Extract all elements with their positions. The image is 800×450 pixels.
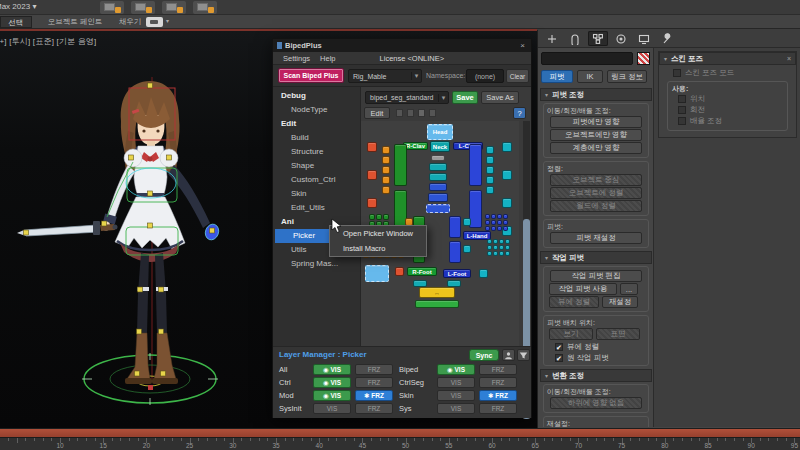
layer-biped-vis[interactable]: ◉ VIS bbox=[437, 364, 475, 375]
panel-checkbox-item[interactable]: 배율 조정 bbox=[678, 115, 783, 126]
picker-node-cell[interactable] bbox=[486, 166, 494, 174]
picker-node-cell[interactable] bbox=[367, 198, 377, 208]
picker-node-neck[interactable]: Neck bbox=[430, 141, 450, 152]
picker-node-cell[interactable] bbox=[502, 198, 512, 208]
picker-node-cell[interactable] bbox=[505, 251, 510, 256]
menu-help[interactable]: Help bbox=[320, 54, 335, 63]
clear-button[interactable]: Clear bbox=[506, 69, 529, 83]
save-button[interactable]: Save bbox=[452, 91, 478, 104]
subtab-item[interactable]: 링크 정보 bbox=[607, 70, 647, 83]
picker-node-cell[interactable] bbox=[505, 245, 510, 250]
ribbon-caret-icon[interactable]: ▾ bbox=[166, 17, 169, 24]
picker-node-cell[interactable] bbox=[493, 245, 498, 250]
layer-sys-frz[interactable]: FRZ bbox=[479, 403, 517, 414]
panel-tab-motion-icon[interactable] bbox=[611, 31, 631, 46]
panel-button-item[interactable]: 작업 피벗 사용 bbox=[549, 283, 617, 295]
rollout-header-item[interactable]: ▾작업 피벗 bbox=[540, 251, 652, 264]
sync-button[interactable]: Sync bbox=[469, 349, 499, 361]
picker-node-cell[interactable] bbox=[502, 170, 512, 180]
picker-node-block[interactable] bbox=[415, 300, 459, 308]
panel-button-item[interactable]: ... bbox=[620, 283, 638, 295]
help-button[interactable]: ? bbox=[513, 107, 526, 119]
picker-node-cell[interactable] bbox=[376, 214, 382, 220]
panel-button-item[interactable]: 월드에 정렬 bbox=[550, 200, 642, 212]
app-version-menu[interactable]: Max 2023 ▾ bbox=[0, 2, 36, 11]
picker-node-cell[interactable] bbox=[463, 218, 471, 226]
object-color-swatch[interactable] bbox=[637, 52, 650, 65]
toolbar-icon-3[interactable] bbox=[162, 1, 186, 14]
picker-node-block[interactable] bbox=[431, 155, 445, 161]
subtab-ik[interactable]: IK bbox=[577, 70, 603, 83]
panel-tab-modify-icon[interactable] bbox=[565, 31, 585, 46]
picker-node-cell[interactable] bbox=[486, 176, 494, 184]
picker-node-cell[interactable] bbox=[485, 226, 490, 231]
panel-button-item[interactable]: 재설정 bbox=[602, 296, 638, 308]
picker-node-block[interactable] bbox=[428, 193, 448, 202]
rollout-header-item[interactable]: ▾피벗 조정 bbox=[540, 88, 652, 101]
sidebar-item-spring-mas[interactable]: Spring Mas... bbox=[273, 257, 361, 271]
namespace-field[interactable]: (none) bbox=[466, 69, 504, 83]
character-model[interactable] bbox=[102, 81, 221, 384]
picker-node-cell[interactable] bbox=[485, 214, 490, 219]
panel-button-item[interactable]: 계층에만 영향 bbox=[550, 142, 642, 154]
picker-node-block[interactable] bbox=[447, 280, 461, 287]
picker-node-cell[interactable] bbox=[487, 251, 492, 256]
picker-node-block[interactable] bbox=[429, 173, 447, 181]
picker-node-cell[interactable] bbox=[499, 251, 504, 256]
window-titlebar[interactable]: BipedPlus × bbox=[273, 39, 531, 52]
picker-node-cell[interactable] bbox=[497, 226, 502, 231]
picker-node-cell[interactable] bbox=[487, 239, 492, 244]
picker-node-cell[interactable] bbox=[487, 245, 492, 250]
layer-mod-vis[interactable]: ◉ VIS bbox=[313, 390, 351, 401]
toolbar-icon-2[interactable] bbox=[131, 1, 155, 14]
picker-node-item[interactable]: ↔ bbox=[419, 287, 455, 298]
context-menu-item-open-picker-window[interactable]: Open Picker Window bbox=[330, 226, 426, 241]
edit-button[interactable]: Edit bbox=[364, 107, 390, 119]
picker-node-cell[interactable] bbox=[499, 239, 504, 244]
sidebar-item-debug[interactable]: Debug bbox=[273, 89, 361, 103]
picker-node-cell[interactable] bbox=[383, 214, 389, 220]
picker-node-cell[interactable] bbox=[382, 146, 390, 154]
picker-node-block[interactable] bbox=[429, 163, 447, 171]
picker-node-block[interactable] bbox=[449, 216, 461, 238]
picker-node-block[interactable] bbox=[479, 269, 488, 278]
picker-node-head[interactable]: Head bbox=[427, 124, 453, 140]
picker-node-cell[interactable] bbox=[463, 245, 471, 253]
picker-node-block[interactable] bbox=[394, 144, 407, 186]
panel-tab-create-icon[interactable] bbox=[542, 31, 562, 46]
scan-biped-button[interactable]: Scan Biped Plus bbox=[278, 68, 344, 83]
filter-icon-button[interactable] bbox=[517, 349, 530, 361]
picker-node-cell[interactable] bbox=[382, 176, 390, 184]
picker-node-cell[interactable] bbox=[486, 186, 494, 194]
time-slider-ruler[interactable]: 101520253035404550556065707580859095 bbox=[0, 437, 800, 450]
picker-node-block[interactable] bbox=[469, 144, 482, 186]
picker-node-cell[interactable] bbox=[497, 214, 502, 219]
sidebar-item-skin[interactable]: Skin bbox=[273, 187, 361, 201]
ribbon-tab-item[interactable]: 선택 bbox=[0, 16, 32, 28]
close-icon[interactable]: × bbox=[787, 55, 791, 62]
toolbar-icon-1[interactable] bbox=[100, 1, 124, 14]
sidebar-item-build[interactable]: Build bbox=[273, 131, 361, 145]
layer-skin-frz[interactable]: ✱ FRZ bbox=[479, 390, 517, 401]
rig-dropdown[interactable]: Rig_Mable▾ bbox=[348, 69, 422, 83]
object-name-field[interactable] bbox=[541, 52, 633, 65]
layer-skin-vis[interactable]: VIS bbox=[437, 390, 475, 401]
panel-button-item[interactable]: 하위에 영향 없음 bbox=[550, 397, 642, 409]
menu-settings[interactable]: Settings bbox=[283, 54, 310, 63]
skin-pose-mode-checkbox[interactable]: 스킨 포즈 모드 bbox=[673, 67, 796, 78]
picker-node-cell[interactable] bbox=[493, 239, 498, 244]
picker-node-cell[interactable] bbox=[369, 214, 375, 220]
sidebar-item-nodetype[interactable]: NodeType bbox=[273, 103, 361, 117]
user-icon-button[interactable] bbox=[502, 349, 515, 361]
sidebar-item-edit[interactable]: Edit bbox=[273, 117, 361, 131]
picker-node-cell[interactable] bbox=[503, 226, 508, 231]
rollout-header[interactable]: ▾스킨 포즈× bbox=[659, 52, 796, 65]
panel-button-item[interactable]: 작업 피벗 편집 bbox=[550, 270, 642, 282]
picker-node-cell[interactable] bbox=[503, 220, 508, 225]
layer-ctrlseg-vis[interactable]: VIS bbox=[437, 377, 475, 388]
picker-node-cell[interactable] bbox=[491, 214, 496, 219]
picker-node-cell[interactable] bbox=[382, 186, 390, 194]
picker-node-cell[interactable] bbox=[491, 226, 496, 231]
context-menu-item-install-macro[interactable]: Install Macro bbox=[330, 241, 426, 256]
panel-tab-hierarchy-icon[interactable] bbox=[588, 31, 608, 46]
